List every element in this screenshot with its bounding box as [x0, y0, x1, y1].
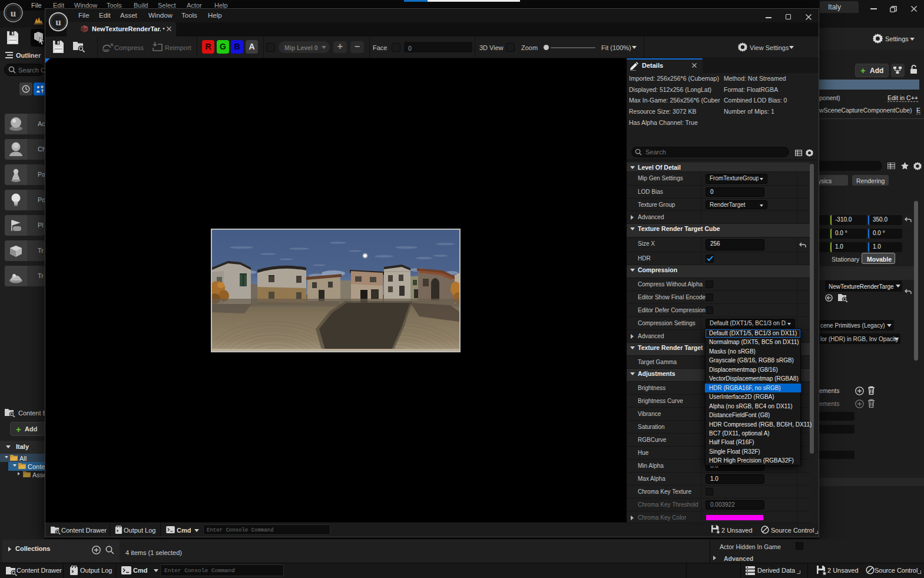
svg-text:u: u — [55, 16, 61, 28]
svg-text:u: u — [11, 8, 16, 19]
